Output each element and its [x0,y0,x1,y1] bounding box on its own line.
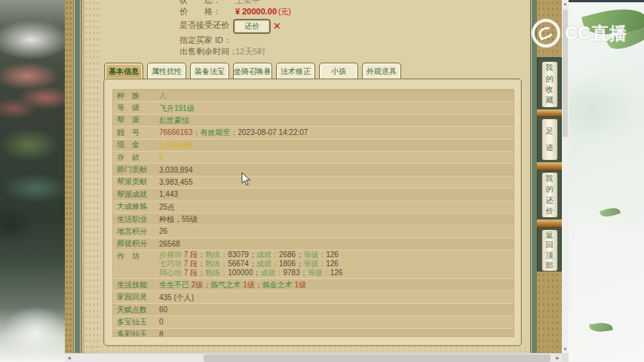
price-unit: (元) [278,8,291,16]
scroll-down-icon[interactable]: ▼ [562,345,569,353]
info-row-label: 靓 号 [113,127,159,138]
info-row-label: 帮派贡献 [113,176,159,187]
info-row: 现 金1,030,685 [113,140,514,152]
info-row: 生活技能生生不已 2级；炼气之术 1级；炼金之术 1级 [113,279,514,291]
bargain-disabled-x-icon: ✕ [273,20,281,32]
info-row-value: 26568 [159,238,514,250]
info-row: 靓 号76666163；有效期至：2023-08-07 14:22:07 [113,127,514,139]
info-row-label: 作 坊 [113,250,159,262]
scroll-roller-ornament [537,162,562,170]
vertical-scrollbar[interactable]: ▲ ▼ [562,0,569,353]
right-border-frame [530,0,537,362]
info-row-value: 76666163；有效期至：2023-08-07 14:22:07 [159,127,514,138]
info-row-value: 0 [159,316,514,327]
bargain-label: 是否接受还价： [179,20,238,31]
info-row-value: 25点 [159,201,514,213]
leaf-icon [600,205,621,219]
footprints-button[interactable]: 足迹 [541,118,558,161]
cc-live-watermark: CC直播 [532,19,627,48]
info-row-label: 师门贡献 [113,164,159,175]
info-row-value: 步摇坊 7 段；熟练：83079；成就：2686；等级：126七巧坊 7 段；熟… [159,250,514,278]
info-row-value: 60 [159,304,514,315]
tab-5[interactable]: 法术修正 [276,63,315,79]
info-row: 天赋点数60 [113,304,514,316]
character-info-table: 种 族人等 级飞升191级帮 派乱世豪情靓 号76666163；有效期至：202… [112,89,514,337]
info-row-value: 乱世豪情 [159,115,514,126]
back-to-top-button[interactable]: 返回顶部 [541,229,558,272]
scroll-left-icon[interactable]: ◄ [65,354,73,362]
info-row-value: 8 [159,329,514,337]
info-row-value: 飞升191级 [159,103,514,114]
info-row-label: 帮派成就 [113,189,159,200]
info-row-label: 家园回灵 [113,292,159,302]
scroll-roller-ornament [537,109,562,118]
info-row-label: 地宫积分 [113,226,159,237]
tab-1[interactable]: 基本信息 [104,63,143,79]
info-row-label: 帮 派 [113,115,159,125]
info-row-label: 现 金 [113,140,159,150]
tab-4[interactable]: 坐骑召唤兽 [233,63,272,79]
info-row-value: 26 [159,225,514,237]
info-row-label: 生活技能 [113,280,159,290]
my-favorites-button[interactable]: 我的收藏 [541,61,558,108]
info-row-label: 生活职业 [113,214,159,225]
info-row: 家园回灵435 (个人) [113,291,514,303]
bargain-button[interactable]: 还价 [234,20,270,33]
my-bargains-button[interactable]: 我的还价 [541,172,558,219]
info-row-label: 存 款 [113,152,159,163]
info-row-value: 种植，55级 [159,213,514,225]
info-row-label: 多宝仙玉 [113,317,159,327]
sale-time-label: 出售剩余时间： [179,46,238,57]
main-page: 状 态： 上架中 价 格： ¥ 20000.00(元) 是否接受还价： 还价 ✕… [84,0,530,362]
tab-3[interactable]: 装备法宝 [190,63,229,79]
tab-6[interactable]: 小孩 [319,63,358,79]
info-row: 帮 派乱世豪情 [113,115,514,127]
mouse-cursor [241,172,252,187]
info-row-value: 1,030,685 [159,140,514,151]
info-row-label: 大成修炼 [113,201,159,212]
side-toolbar: 我的收藏足迹我的还价返回顶部 [537,57,562,272]
scroll-up-icon[interactable]: ▲ [562,0,569,8]
info-row: 作 坊步摇坊 7 段；熟练：83079；成就：2686；等级：126七巧坊 7 … [113,250,514,279]
info-row-value: 3,983,455 [159,176,514,188]
status-value: 上架中 [235,0,260,6]
info-row: 等 级飞升191级 [113,102,514,114]
buyer-id-label: 指定买家 ID： [179,35,232,46]
cc-logo-icon [532,19,560,48]
scroll-right-icon[interactable]: ► [554,354,562,362]
price-value: ¥ 20000.00(元) [235,6,291,17]
left-border-frame [65,0,84,362]
info-row: 地宫积分26 [113,225,514,238]
info-row: 师徒积分26568 [113,238,514,250]
info-row-label: 多彩仙玉 [113,329,159,337]
info-row: 帮派成就1,443 [113,189,514,201]
info-row: 生活职业种植，55级 [113,213,514,225]
info-row: 师门贡献3,039,894 [113,164,514,176]
info-row-value: 1,443 [159,189,514,200]
screenshot-root: 状 态： 上架中 价 格： ¥ 20000.00(元) 是否接受还价： 还价 ✕… [0,0,644,362]
watercolor-background [569,0,644,362]
tab-2[interactable]: 属性抗性 [147,63,186,79]
left-game-artwork [0,0,65,362]
info-row: 多宝仙玉0 [113,316,514,328]
horizontal-scrollbar[interactable]: ◄ ► [65,353,562,362]
sale-time-value: 12天5时 [235,46,265,57]
info-row-label: 师徒积分 [113,238,159,249]
info-row-value: 435 (个人) [159,292,514,303]
horizontal-scroll-thumb[interactable] [204,354,550,362]
info-row-label: 等 级 [113,103,159,113]
scrollbar-corner [562,353,569,362]
info-row-label: 种 族 [113,90,159,101]
tab-7[interactable]: 外观道具 [362,63,401,79]
scroll-roller-ornament [537,219,562,228]
info-row: 帮派贡献3,983,455 [113,176,514,189]
info-row: 多彩仙玉8 [113,329,514,337]
info-row-label: 天赋点数 [113,305,159,315]
info-row-value: 0 [159,152,514,163]
info-row-value: 生生不已 2级；炼气之术 1级；炼金之术 1级 [159,279,514,290]
info-row: 大成修炼25点 [113,201,514,213]
cc-logo-text: CC直播 [565,22,627,45]
leaf-icon [589,321,612,333]
info-row: 存 款0 [113,152,514,164]
info-row-value: 人 [159,90,514,101]
